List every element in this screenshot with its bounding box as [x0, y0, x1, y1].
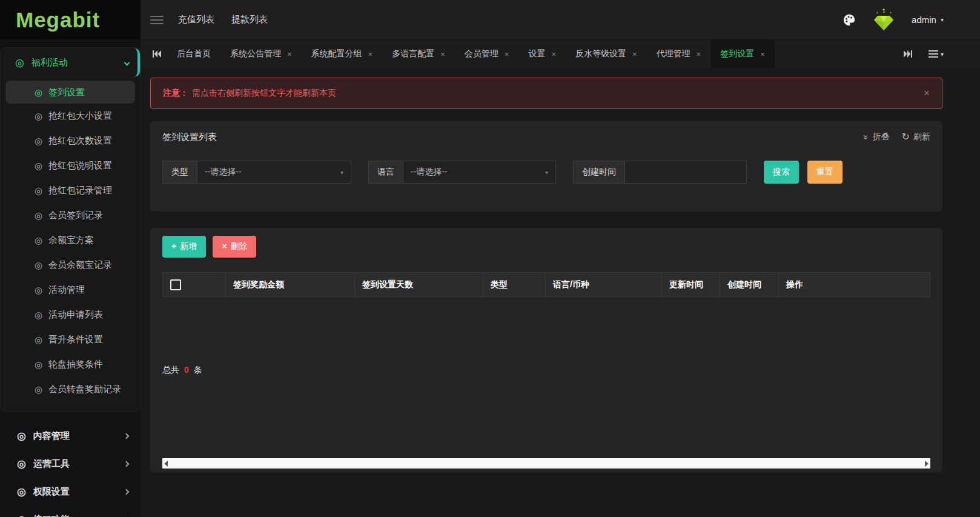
notice-alert: 注意： 需点击右侧刷新按钮文字才能刷新本页 ×: [150, 78, 942, 109]
created-time-label: 创建时间: [573, 161, 624, 184]
sidebar-item-redpacket-desc[interactable]: ◎ 抢红包说明设置: [1, 153, 140, 178]
close-icon[interactable]: ×: [505, 50, 509, 59]
sidebar-item-redpacket-size[interactable]: ◎ 抢红包大小设置: [1, 104, 140, 128]
close-icon[interactable]: ×: [551, 50, 556, 59]
signin-settings-table: 签到奖励金额 签到设置天数 类型 语言/币种 更新时间 创建时间 操作: [162, 272, 930, 297]
caret-down-icon: ▾: [340, 169, 343, 176]
horizontal-scrollbar[interactable]: [162, 458, 930, 469]
tabs-scroll-first-icon[interactable]: [147, 40, 167, 68]
tab-options-menu[interactable]: ▾: [929, 48, 944, 59]
sidebar-item-yuebao-plan[interactable]: ◎ 余额宝方案: [1, 228, 140, 253]
add-button[interactable]: +新增: [162, 236, 206, 258]
tab-label: 签到设置: [720, 48, 754, 59]
type-filter-label: 类型: [162, 161, 197, 184]
submenu-label: 会员转盘奖励记录: [48, 384, 121, 395]
topbar-right: admin ▾: [843, 8, 944, 32]
close-icon[interactable]: ×: [440, 50, 445, 59]
caret-down-icon: ▾: [545, 169, 548, 176]
close-icon[interactable]: ×: [632, 50, 637, 59]
signin-table-panel: +新增 ×删除 签到奖励金额 签到设置天数 类型 语言/币种 更新时间: [150, 228, 942, 472]
created-time-input[interactable]: [624, 161, 747, 184]
sidebar-item-activity-management[interactable]: ◎ 活动管理: [1, 278, 140, 302]
sidebar-item-activity-apply-list[interactable]: ◎ 活动申请列表: [1, 302, 140, 327]
tab-multilang-config[interactable]: 多语言配置 ×: [382, 40, 455, 68]
user-menu[interactable]: admin ▾: [912, 15, 944, 25]
tab-home[interactable]: 后台首页: [167, 40, 220, 68]
sidebar-item-label: 福利活动: [31, 57, 68, 68]
refresh-icon: ↻: [902, 132, 910, 142]
sidebar-item-welfare-activities[interactable]: ◎ 福利活动: [1, 48, 140, 77]
bullseye-icon: ◎: [35, 236, 42, 245]
submenu-label: 抢红包大小设置: [48, 110, 112, 122]
submenu-label: 余额宝方案: [48, 235, 94, 246]
type-select[interactable]: --请选择-- ▾: [197, 161, 351, 184]
tab-member-management[interactable]: 会员管理 ×: [455, 40, 519, 68]
tab-label: 会员管理: [465, 48, 498, 59]
refresh-button[interactable]: ↻ 刷新: [902, 132, 930, 142]
delete-button[interactable]: ×删除: [213, 236, 256, 258]
close-icon[interactable]: ×: [368, 50, 373, 59]
tab-rebate-level-settings[interactable]: 反水等级设置 ×: [566, 40, 647, 68]
sidebar-item-redpacket-records[interactable]: ◎ 抢红包记录管理: [1, 178, 140, 203]
close-icon[interactable]: ×: [760, 50, 765, 59]
topmenu-withdraw-list[interactable]: 提款列表: [231, 14, 268, 25]
tab-system-announcement[interactable]: 系统公告管理 ×: [220, 40, 302, 68]
tab-system-config-group[interactable]: 系统配置分组 ×: [302, 40, 383, 68]
tab-label: 多语言配置: [392, 48, 434, 59]
add-label: 新增: [180, 241, 197, 251]
tab-label: 反水等级设置: [575, 48, 626, 59]
bullseye-icon: ◎: [35, 285, 42, 295]
select-all-checkbox[interactable]: [170, 279, 181, 290]
panel-title: 签到设置列表: [162, 132, 217, 143]
close-icon[interactable]: ×: [924, 87, 930, 99]
sidebar: Megabit ◎ 福利活动 ◎ 签到设置 ◎ 抢红包大小设置 ◎ 抢红包次数设…: [0, 0, 141, 517]
sidebar-item-api-functions[interactable]: ◎ 接口功能: [0, 505, 141, 517]
scroll-left-arrow-icon[interactable]: [164, 461, 168, 467]
tab-agent-management[interactable]: 代理管理 ×: [647, 40, 711, 68]
tab-signin-settings[interactable]: 签到设置 ×: [710, 40, 775, 68]
bullseye-icon: ◎: [35, 261, 42, 270]
sidebar-item-redpacket-count[interactable]: ◎ 抢红包次数设置: [1, 128, 140, 153]
close-icon[interactable]: ×: [287, 50, 292, 59]
tab-label: 设置: [528, 48, 545, 59]
palette-icon[interactable]: [843, 13, 856, 27]
scroll-right-arrow-icon[interactable]: [925, 461, 929, 467]
collapse-button[interactable]: » 折叠: [864, 132, 889, 142]
total-prefix: 总共: [162, 365, 179, 375]
sidebar-item-signin-settings[interactable]: ◎ 签到设置: [5, 81, 135, 104]
language-filter-label: 语言: [368, 161, 403, 184]
gem-avatar-icon[interactable]: [870, 8, 897, 32]
logo-area: Megabit: [0, 0, 141, 39]
bullseye-icon: ◎: [17, 515, 26, 517]
sidebar-item-member-signin-records[interactable]: ◎ 会员签到记录: [1, 203, 140, 228]
tabs-scroll-last-icon[interactable]: [903, 50, 913, 58]
sidebar-item-promotion-conditions[interactable]: ◎ 晋升条件设置: [1, 327, 140, 352]
tab-settings[interactable]: 设置 ×: [518, 40, 566, 68]
sidebar-item-operation-tools[interactable]: ◎ 运营工具: [0, 450, 141, 478]
sidebar-item-content-management[interactable]: ◎ 内容管理: [0, 422, 141, 450]
bullseye-icon: ◎: [35, 161, 42, 170]
bullseye-icon: ◎: [17, 431, 26, 441]
topmenu-recharge-list[interactable]: 充值列表: [178, 14, 214, 25]
sidebar-item-member-yuebao-records[interactable]: ◎ 会员余额宝记录: [1, 253, 140, 278]
reset-button[interactable]: 重置: [807, 161, 843, 184]
col-signin-days: 签到设置天数: [355, 273, 483, 297]
tab-label: 系统配置分组: [311, 48, 362, 59]
search-button[interactable]: 搜索: [764, 161, 799, 184]
submenu-label: 活动管理: [48, 284, 85, 296]
tab-strip: 后台首页 系统公告管理 × 系统配置分组 × 多语言配置 × 会员管理 × 设置…: [141, 39, 980, 68]
x-icon: ×: [222, 241, 227, 251]
sidebar-item-roulette-conditions[interactable]: ◎ 轮盘抽奖条件: [1, 352, 140, 377]
plus-icon: +: [171, 241, 176, 251]
submenu-label: 抢红包记录管理: [48, 185, 112, 196]
chevron-right-icon: [124, 461, 130, 467]
sidebar-item-wheel-reward-records[interactable]: ◎ 会员转盘奖励记录: [1, 377, 140, 402]
chevron-right-icon: [124, 489, 130, 495]
bullseye-icon: ◎: [35, 211, 42, 220]
sidebar-item-permission-settings[interactable]: ◎ 权限设置: [0, 478, 141, 505]
language-select[interactable]: --请选择-- ▾: [403, 161, 556, 184]
language-select-value: --请选择--: [411, 167, 448, 178]
sidebar-submenu: ◎ 签到设置 ◎ 抢红包大小设置 ◎ 抢红包次数设置 ◎ 抢红包说明设置 ◎ 抢…: [1, 77, 140, 412]
close-icon[interactable]: ×: [697, 50, 701, 59]
sidebar-toggle-icon[interactable]: [150, 13, 164, 27]
